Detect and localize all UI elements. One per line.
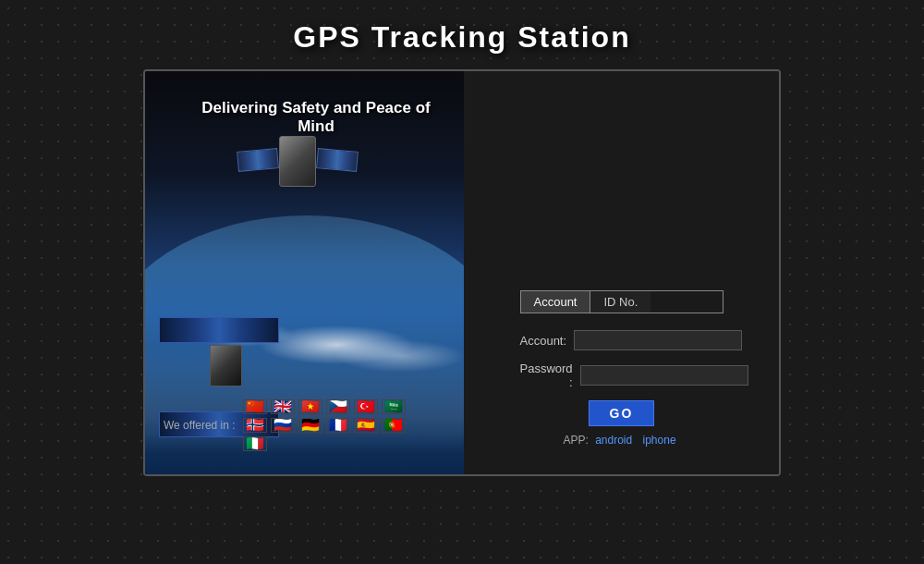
page-title: GPS Tracking Station	[0, 0, 924, 69]
flag-item[interactable]: 🇮🇹	[243, 436, 267, 451]
go-button[interactable]: GO	[589, 400, 655, 426]
flags-row: 🇨🇳🇬🇧🇻🇳🇨🇿🇹🇷🇸🇦🇳🇴🇷🇺🇩🇪🇫🇷🇪🇸🇵🇹🇮🇹	[243, 399, 428, 451]
main-panel: Delivering Safety and Peace of Mind Acco…	[143, 69, 781, 476]
flag-item[interactable]: 🇳🇴	[243, 418, 267, 433]
password-row: Password :	[520, 362, 723, 389]
tagline: Delivering Safety and Peace of Mind	[187, 99, 445, 136]
flag-item[interactable]: 🇩🇪	[298, 418, 322, 433]
languages-bar: We offered in : 🇨🇳🇬🇧🇻🇳🇨🇿🇹🇷🇸🇦🇳🇴🇷🇺🇩🇪🇫🇷🇪🇸🇵🇹…	[164, 399, 428, 451]
flag-item[interactable]: 🇷🇺	[271, 418, 295, 433]
account-id-tabs: Account ID No.	[520, 290, 723, 313]
flag-item[interactable]: 🇸🇦	[382, 399, 406, 414]
form-section: Account ID No. Account: Password : GO AP…	[464, 71, 779, 474]
satellite-panel-right	[316, 148, 359, 172]
languages-label: We offered in :	[164, 419, 236, 432]
app-prefix-label: APP:	[563, 434, 588, 447]
app-links-row: APP: android iphone	[563, 434, 679, 447]
account-label: Account:	[520, 334, 575, 348]
iphone-link[interactable]: iphone	[643, 434, 676, 447]
flag-item[interactable]: 🇹🇷	[354, 399, 378, 414]
satellite-panel-left	[237, 148, 279, 172]
tab-id-no[interactable]: ID No.	[590, 291, 650, 313]
flag-item[interactable]: 🇻🇳	[298, 399, 322, 414]
account-input[interactable]	[574, 330, 742, 350]
tab-account[interactable]: Account	[521, 291, 591, 313]
flag-item[interactable]: 🇬🇧	[271, 399, 295, 414]
password-label: Password :	[520, 362, 580, 389]
flag-item[interactable]: 🇫🇷	[326, 418, 350, 433]
flag-item[interactable]: 🇨🇳	[243, 399, 267, 414]
flag-item[interactable]: 🇵🇹	[382, 418, 406, 433]
satellite2-body	[210, 345, 242, 386]
flag-item[interactable]: 🇨🇿	[326, 399, 350, 414]
account-row: Account:	[520, 330, 723, 350]
android-link[interactable]: android	[595, 434, 632, 447]
satellite2-panel-top	[159, 317, 279, 343]
satellite-body	[279, 136, 316, 187]
flag-item[interactable]: 🇪🇸	[354, 418, 378, 433]
password-input[interactable]	[580, 365, 748, 386]
